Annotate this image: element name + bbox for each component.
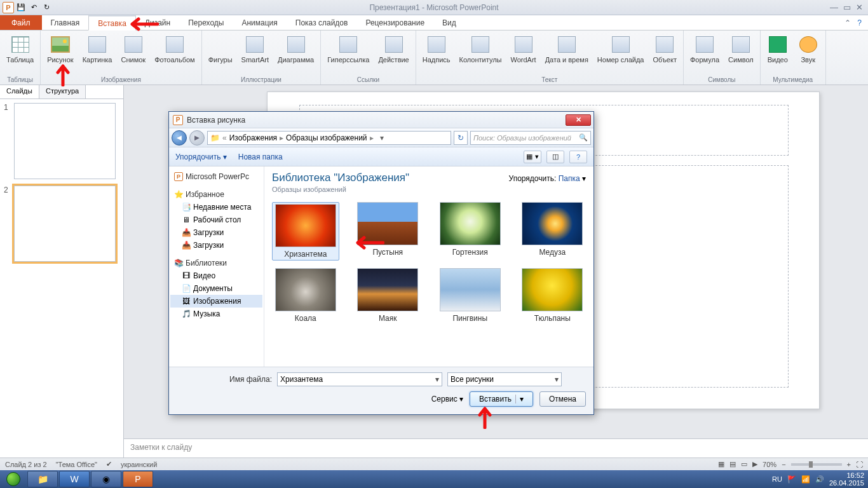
zoom-out-icon[interactable]: − (782, 461, 785, 468)
ribbon-item-5-0[interactable]: Формула (688, 33, 722, 65)
insert-button[interactable]: Вставить▾ (470, 391, 533, 407)
ribbon-minimize-icon[interactable]: ⌃ (844, 18, 851, 27)
ribbon-item-0-0[interactable]: Таблица (4, 33, 36, 65)
zoom-in-icon[interactable]: + (847, 461, 851, 468)
view-mode-button[interactable]: ▦ ▾ (524, 151, 541, 163)
ribbon-item-2-1[interactable]: SmartArt (239, 33, 271, 65)
ribbon-item-4-4[interactable]: Номер слайда (595, 33, 647, 65)
side-favorites[interactable]: ⭐Избранное (170, 188, 262, 201)
save-icon[interactable]: 💾 (15, 2, 27, 13)
ribbon-item-1-2[interactable]: Снимок (118, 33, 148, 65)
tray-lang[interactable]: RU (772, 475, 782, 483)
view-normal-icon[interactable]: ▦ (718, 460, 724, 468)
side-desktop[interactable]: 🖥Рабочий стол (170, 214, 262, 226)
fit-icon[interactable]: ⛶ (856, 461, 863, 468)
side-pp[interactable]: PMicrosoft PowerPс (170, 170, 262, 183)
ribbon-item-4-2[interactable]: WordArt (508, 33, 539, 65)
organize-button[interactable]: Упорядочить ▾ (175, 152, 227, 161)
dialog-titlebar[interactable]: P Вставка рисунка ✕ (169, 112, 593, 128)
maximize-icon[interactable]: ▭ (843, 3, 851, 12)
tab-6[interactable]: Рецензирование (356, 15, 433, 30)
tray-clock[interactable]: 16:52 26.04.2015 (829, 471, 864, 487)
tab-4[interactable]: Анимация (233, 15, 286, 30)
redo-icon[interactable]: ↻ (41, 2, 52, 13)
new-folder-button[interactable]: Новая папка (238, 152, 283, 161)
side-libraries[interactable]: 📚Библиотеки (170, 257, 262, 269)
undo-icon[interactable]: ↶ (28, 2, 39, 13)
ribbon-item-1-1[interactable]: Картинка (80, 33, 115, 65)
side-downloads-1[interactable]: 📥Загрузки (170, 226, 262, 239)
tab-0[interactable]: Главная (42, 15, 89, 30)
dialog-help-button[interactable]: ? (569, 151, 587, 163)
ribbon-item-3-0[interactable]: Гиперссылка (325, 33, 372, 65)
file-item-0[interactable]: Хризантема (272, 202, 339, 261)
nav-forward-button[interactable]: ► (189, 130, 205, 146)
side-pictures[interactable]: 🖼Изображения (170, 295, 262, 308)
side-music[interactable]: 🎵Музыка (170, 308, 262, 320)
app-icon[interactable]: P (3, 2, 14, 13)
file-item-3[interactable]: Медуза (519, 202, 587, 261)
dialog-close-button[interactable]: ✕ (566, 114, 591, 126)
refresh-button[interactable]: ↻ (454, 131, 468, 145)
nav-back-button[interactable]: ◄ (172, 130, 187, 146)
ribbon-item-3-1[interactable]: Действие (376, 33, 411, 65)
view-reading-icon[interactable]: ▭ (741, 460, 747, 468)
file-item-5[interactable]: Маяк (355, 268, 422, 323)
taskbar-explorer[interactable]: 📁 (27, 471, 58, 487)
ribbon-item-1-0[interactable]: Рисунок (44, 33, 76, 65)
tab-5[interactable]: Показ слайдов (287, 15, 357, 30)
address-bar[interactable]: 📁 « Изображения ▸ Образцы изображений ▸ … (207, 131, 451, 145)
ribbon-item-4-3[interactable]: Дата и время (543, 33, 591, 65)
taskbar-powerpoint[interactable]: P (123, 471, 153, 487)
file-item-2[interactable]: Гортензия (437, 202, 504, 261)
notes-field[interactable]: Заметки к слайду (124, 438, 868, 458)
cancel-button[interactable]: Отмена (539, 391, 586, 407)
address-dropdown-icon[interactable]: ▾ (376, 133, 388, 142)
pane-tab-outline[interactable]: Структура (39, 85, 86, 98)
ribbon-item-6-1[interactable]: Звук (795, 33, 822, 65)
filename-combo[interactable]: Хризантема▾ (277, 372, 442, 386)
taskbar-word[interactable]: W (59, 471, 90, 487)
proofing-icon[interactable]: ✔ (106, 460, 112, 468)
file-item-6[interactable]: Пингвины (437, 268, 504, 323)
preview-pane-button[interactable]: ◫ (546, 151, 564, 163)
view-sorter-icon[interactable]: ▤ (729, 460, 736, 468)
file-item-1[interactable]: Пустыня (355, 202, 422, 261)
tray-volume-icon[interactable]: 🔊 (815, 475, 824, 484)
breadcrumb-1[interactable]: Образцы изображений (286, 133, 367, 142)
ribbon-item-4-5[interactable]: Объект (651, 33, 679, 65)
side-downloads-2[interactable]: 📥Загрузки (170, 239, 262, 252)
zoom-level[interactable]: 70% (763, 461, 776, 468)
ribbon-item-6-0[interactable]: Видео (764, 33, 791, 65)
help-icon[interactable]: ? (857, 18, 862, 27)
side-documents[interactable]: 📄Документы (170, 282, 262, 295)
tab-file[interactable]: Файл (0, 15, 42, 30)
view-slideshow-icon[interactable]: ▶ (752, 460, 757, 468)
side-recent[interactable]: 📑Недавние места (170, 201, 262, 214)
slide-thumb-1[interactable]: 2 (4, 186, 119, 262)
library-sort[interactable]: Упорядочить: Папка ▾ (509, 174, 586, 183)
minimize-icon[interactable]: — (830, 3, 838, 12)
ribbon-item-4-0[interactable]: Надпись (420, 33, 453, 65)
ribbon-item-4-1[interactable]: Колонтитулы (457, 33, 505, 65)
close-icon[interactable]: ✕ (856, 3, 863, 12)
tab-3[interactable]: Переходы (179, 15, 233, 30)
zoom-slider[interactable] (791, 463, 842, 466)
tab-1[interactable]: Вставка (88, 15, 136, 30)
tools-button[interactable]: Сервис ▾ (431, 395, 463, 403)
filetype-combo[interactable]: Все рисунки▾ (447, 372, 562, 386)
tray-flag-icon[interactable]: 🚩 (787, 475, 796, 484)
status-language[interactable]: украинский (121, 461, 157, 468)
tab-7[interactable]: Вид (433, 15, 465, 30)
side-videos[interactable]: 🎞Видео (170, 269, 262, 282)
ribbon-item-2-2[interactable]: Диаграмма (275, 33, 316, 65)
search-field[interactable]: Поиск: Образцы изображений 🔍 (470, 131, 591, 145)
slide-thumb-0[interactable]: 1 (4, 103, 119, 179)
file-item-7[interactable]: Тюльпаны (519, 268, 587, 323)
ribbon-item-5-1[interactable]: Символ (726, 33, 756, 65)
tab-2[interactable]: Дизайн (136, 15, 179, 30)
ribbon-item-1-3[interactable]: Фотоальбом (152, 33, 198, 65)
tray-network-icon[interactable]: 📶 (801, 475, 810, 484)
breadcrumb-0[interactable]: Изображения (229, 133, 277, 142)
pane-tab-slides[interactable]: Слайды (0, 85, 39, 98)
